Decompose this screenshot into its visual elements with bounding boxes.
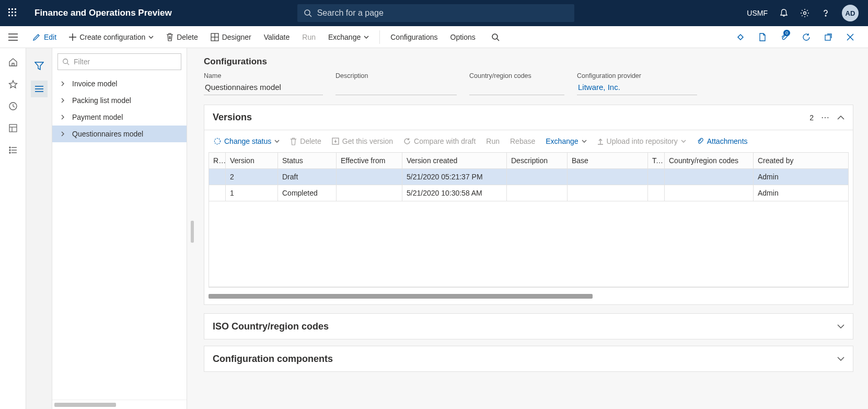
field-description: Description [335,72,457,95]
svg-point-40 [63,59,68,64]
col-description[interactable]: Description [507,153,568,169]
components-expand-toggle[interactable] [837,357,844,361]
svg-rect-0 [8,8,10,10]
user-avatar[interactable]: AD [842,5,859,21]
iso-card: ISO Country/region codes [204,313,853,339]
refresh-icon [403,138,411,145]
field-label: Description [335,72,457,79]
filter-funnel-button[interactable] [31,58,48,74]
col-created-by[interactable]: Created by [754,153,848,169]
tree-item-payment-model[interactable]: Payment model [52,109,187,126]
exchange-button[interactable]: Exchange [322,26,375,48]
create-configuration-button[interactable]: Create configuration [63,26,160,48]
cell-t [648,169,665,185]
chevron-down-icon [837,357,844,361]
versions-more-menu[interactable]: ⋯ [821,112,830,122]
col-base[interactable]: Base [568,153,648,169]
hamburger-button[interactable] [0,33,26,41]
personalize-button[interactable] [732,29,749,46]
chevron-up-icon [837,116,844,120]
iso-expand-toggle[interactable] [837,324,844,328]
global-search[interactable]: Search for a page [297,4,574,22]
table-row[interactable]: 2 Draft 5/21/2020 05:21:37 PM Admin [209,169,848,185]
field-label: Country/region codes [469,72,564,79]
workspaces-nav[interactable] [8,123,18,133]
chevron-down-icon [148,36,154,39]
svg-point-11 [804,12,806,15]
components-title: Configuration components [213,354,333,365]
filter-list-button[interactable] [31,81,48,97]
gear-icon[interactable] [800,8,809,18]
search-icon [304,9,312,17]
recent-nav[interactable] [8,101,18,111]
chevron-right-icon [60,131,66,137]
cell-status: Draft [278,169,337,185]
tree-item-questionnaires-model[interactable]: Questionnaires model [52,126,187,142]
app-launcher[interactable] [0,8,26,18]
components-card-header[interactable]: Configuration components [204,346,853,371]
col-r[interactable]: R... [209,153,226,169]
options-tab[interactable]: Options [444,26,482,48]
cell-effective-from[interactable] [337,185,402,201]
cell-created: 5/21/2020 10:30:58 AM [402,185,507,201]
versions-collapse-toggle[interactable] [837,116,844,120]
cell-version: 1 [226,185,278,201]
tree-hscrollbar[interactable] [52,400,187,409]
modules-nav[interactable] [8,145,18,155]
cycle-icon [214,138,221,145]
field-country-region-codes: Country/region codes [469,72,564,95]
cell-crc [665,185,754,201]
popout-icon [825,33,832,41]
col-status[interactable]: Status [278,153,337,169]
chevron-down-icon [582,140,587,143]
splitter[interactable] [187,48,192,409]
tree-item-invoice-model[interactable]: Invoice model [52,75,187,92]
home-nav[interactable] [8,58,18,67]
help-icon[interactable] [821,8,830,18]
attachments-button[interactable]: 0 [776,29,793,46]
close-button[interactable] [842,29,859,46]
cell-effective-from[interactable] [337,169,402,185]
paperclip-icon [697,138,704,145]
svg-rect-4 [11,12,13,13]
home-icon [8,58,18,67]
cell-created-by: Admin [754,185,848,201]
cell-r [209,185,226,201]
iso-card-header[interactable]: ISO Country/region codes [204,314,853,339]
field-value[interactable] [469,81,564,95]
separator [379,30,380,44]
col-version-created[interactable]: Version created [402,153,507,169]
delete-button[interactable]: Delete [160,26,204,48]
svg-point-33 [9,150,10,151]
version-attachments-button[interactable]: Attachments [691,130,753,152]
configurations-tab[interactable]: Configurations [384,26,444,48]
field-value[interactable]: Questionnaires model [204,81,323,95]
designer-button[interactable]: Designer [204,26,258,48]
upload-button: Upload into repository [592,130,691,152]
chevron-down-icon [274,140,280,143]
col-effective-from[interactable]: Effective from [337,153,402,169]
popout-button[interactable] [820,29,837,46]
version-exchange-button[interactable]: Exchange [540,130,592,152]
find-button[interactable] [487,29,504,46]
field-value-link[interactable]: Litware, Inc. [577,81,697,95]
table-hscrollbar[interactable] [209,292,849,300]
funnel-icon [34,62,44,70]
company-code[interactable]: USMF [747,9,768,17]
col-country-region[interactable]: Country/region codes [665,153,754,169]
field-value[interactable] [335,81,457,95]
tree-item-packing-list-model[interactable]: Packing list model [52,92,187,109]
bell-icon[interactable] [779,8,789,18]
favorites-nav[interactable] [8,79,18,89]
edit-button[interactable]: Edit [26,26,63,48]
refresh-button[interactable] [798,29,815,46]
table-row[interactable]: 1 Completed 5/21/2020 10:30:58 AM Admin [209,185,848,201]
chevron-right-icon [60,115,66,120]
validate-button[interactable]: Validate [258,26,296,48]
change-status-button[interactable]: Change status [209,130,285,152]
tree-filter-input[interactable]: Filter [57,53,181,70]
col-version[interactable]: Version [226,153,278,169]
attachments-badge: 0 [783,30,790,36]
col-t[interactable]: T... [648,153,665,169]
open-in-excel-button[interactable] [754,29,771,46]
